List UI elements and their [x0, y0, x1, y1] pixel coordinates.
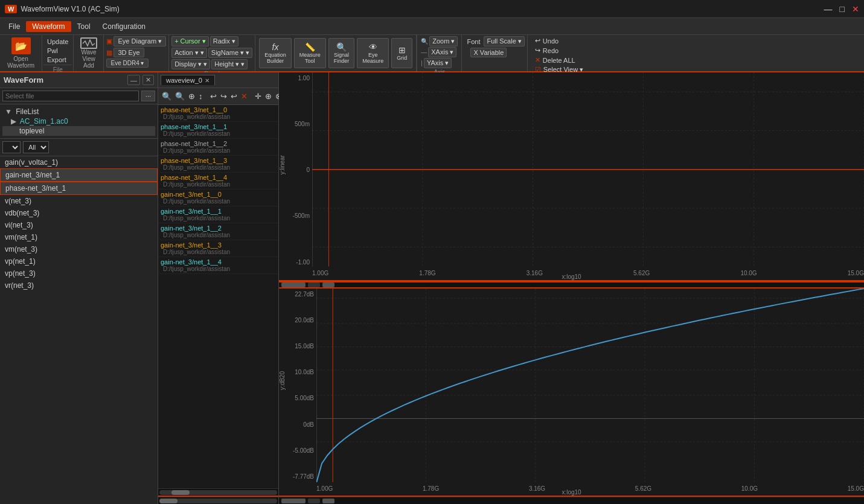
- cursor-dropdown[interactable]: + Cursor: [171, 36, 209, 46]
- filter-type-select[interactable]: [2, 141, 21, 153]
- display-dropdown[interactable]: Display ▾: [171, 59, 210, 69]
- full-scale-button[interactable]: Full Scale ▾: [484, 36, 524, 46]
- signame-dropdown[interactable]: SigName ▾: [208, 48, 252, 58]
- filter-all-select[interactable]: All: [23, 141, 49, 153]
- y-0-label: 0: [306, 167, 310, 173]
- ws-phase-2[interactable]: phase-net_3/net_1__2 D:/tjusp_workdir/as…: [158, 139, 278, 156]
- measure-tool-button[interactable]: 📏 MeasureTool: [294, 38, 326, 68]
- menu-configuration[interactable]: Configuration: [97, 21, 152, 32]
- ws-gain-1-name: gain-net_3/net_1__1: [161, 208, 276, 215]
- scrollbar-track-bottom[interactable]: [159, 499, 277, 503]
- menu-file[interactable]: File: [2, 21, 26, 32]
- redo-button[interactable]: ↪Redo: [533, 46, 586, 55]
- open-waveform-button[interactable]: 📂 OpenWaveform: [0, 35, 42, 71]
- wave-view-add-button[interactable]: WaveViewAdd: [74, 35, 104, 71]
- tree-toplevel[interactable]: toplevel: [2, 126, 155, 136]
- tab-close[interactable]: ✕: [205, 77, 210, 84]
- file-selector: ···: [0, 88, 158, 104]
- file-input[interactable]: [2, 91, 139, 101]
- grid-button[interactable]: ⊞ Grid: [391, 38, 412, 68]
- 3d-eye-button[interactable]: 3D Eye: [114, 48, 144, 57]
- signal-vdb-net3[interactable]: vdb(net_3): [0, 207, 158, 219]
- undo-wave-button[interactable]: ↩: [209, 91, 218, 102]
- h-scroll-thumb-right[interactable]: [322, 282, 334, 287]
- file-browse-button[interactable]: ···: [141, 91, 155, 101]
- eve-ddr4-dropdown[interactable]: Eve DDR4 ▾: [106, 59, 148, 68]
- signal-vm-net3[interactable]: vm(net_3): [0, 243, 158, 255]
- zoom-out-button[interactable]: 🔍: [174, 91, 186, 102]
- eye-measure-button[interactable]: 👁 EyeMeasure: [357, 38, 389, 68]
- chart-separator: [279, 281, 864, 289]
- undo2-wave-button[interactable]: ↩: [229, 91, 238, 102]
- waveview-tab-0[interactable]: waveview_0 ✕: [161, 75, 215, 85]
- yaxis-dropdown[interactable]: YAxis ▾: [424, 58, 452, 68]
- h-scroll-thumb-left[interactable]: [281, 282, 306, 287]
- action-dropdown[interactable]: Action ▾: [171, 48, 207, 58]
- font-section: Font Full Scale ▾ X Variable: [462, 35, 527, 71]
- ws-phase-4[interactable]: phase-net_3/net_1__4 D:/tjusp_workdir/as…: [158, 173, 278, 190]
- tree-ac-sim[interactable]: ▶ AC_Sim_1.ac0: [2, 116, 155, 126]
- tree-filelist[interactable]: ▼ FileList: [2, 107, 155, 116]
- title-controls[interactable]: — □ ✕: [824, 4, 859, 14]
- ws-gain-2[interactable]: gain-net_3/net_1__2 D:/tjusp_workdir/ass…: [158, 223, 278, 240]
- menu-waveform[interactable]: Waveform: [26, 21, 71, 32]
- ws-gain-1[interactable]: gain-net_3/net_1__1 D:/tjusp_workdir/ass…: [158, 206, 278, 223]
- signal-vm-net1[interactable]: vm(net_1): [0, 231, 158, 243]
- bottom-scroll-right[interactable]: [322, 499, 334, 503]
- yaxis-row: | YAxis ▾: [421, 58, 458, 68]
- signal-finder-button[interactable]: 🔍 SignalFinder: [328, 38, 355, 68]
- menu-tool[interactable]: Tool: [71, 21, 97, 32]
- signal-vp-net1[interactable]: vp(net_1): [0, 255, 158, 267]
- redo-wave-button[interactable]: ↪: [219, 91, 228, 102]
- signal-gain-net3[interactable]: gain-net_3/net_1: [0, 168, 158, 182]
- zoom-fit-button[interactable]: ⊕: [187, 91, 196, 102]
- scrollbar-thumb-bottom[interactable]: [159, 499, 178, 503]
- wave-view-icon: [82, 39, 95, 48]
- eye-diagram-button[interactable]: Eye Diagram ▾: [114, 36, 166, 46]
- sidebar-close-button[interactable]: ✕: [142, 75, 154, 85]
- wave-scrollbar-top[interactable]: [158, 488, 278, 496]
- zoom-height-button[interactable]: ↕: [197, 91, 204, 102]
- height-dropdown[interactable]: Height ▾: [211, 59, 248, 69]
- wave-toolbar: 🔍 🔍 ⊕ ↕ ↩ ↪ ↩ ✕ ✛ ⊕ ⊗ \ CMB: [158, 88, 278, 105]
- chart-top-svg: [312, 72, 864, 267]
- signal-gain-voltac[interactable]: gain(v_voltac_1): [0, 156, 158, 168]
- signal-vi-net3[interactable]: vi(net_3): [0, 219, 158, 231]
- delete-all-button[interactable]: ✕Delete ALL: [533, 56, 586, 65]
- h-scroll-mid[interactable]: [308, 282, 320, 287]
- bottom-scroll-left[interactable]: [281, 499, 306, 503]
- y-max-label: 1.00: [298, 75, 310, 81]
- equation-builder-button[interactable]: fx EquationBuilder: [259, 38, 292, 68]
- xaxis-dropdown[interactable]: XAxis ▾: [428, 47, 456, 57]
- maximize-button[interactable]: □: [840, 4, 845, 14]
- pwl-button[interactable]: Pwl: [43, 46, 72, 55]
- zoom-dropdown[interactable]: Zoom ▾: [429, 36, 458, 46]
- bottom-scroll-mid[interactable]: [308, 499, 320, 503]
- wave-scrollbar-bottom[interactable]: [158, 497, 278, 504]
- zoom-in-button[interactable]: 🔍: [161, 91, 173, 102]
- signal-vr-net3[interactable]: vr(net_3): [0, 279, 158, 292]
- radix-dropdown[interactable]: Radix: [210, 36, 238, 46]
- update-button[interactable]: Update: [43, 37, 72, 46]
- scrollbar-track-top[interactable]: [159, 490, 277, 495]
- x-variable-button[interactable]: X Variable: [470, 48, 507, 57]
- undo-button[interactable]: ↩Undo: [533, 36, 586, 45]
- minimize-button[interactable]: —: [824, 4, 833, 14]
- crosshair-button[interactable]: ✛: [254, 91, 263, 102]
- ws-gain-0[interactable]: gain-net_3/net_1__0 D:/tjusp_workdir/ass…: [158, 190, 278, 206]
- signal-v-net3[interactable]: v(net_3): [0, 195, 158, 207]
- signal-phase-net3[interactable]: phase-net_3/net_1: [0, 182, 158, 195]
- scrollbar-thumb-top[interactable]: [171, 490, 190, 495]
- cancel-wave-button[interactable]: ✕: [240, 91, 249, 102]
- ws-phase-1[interactable]: phase-net_3/net_1__1 D:/tjusp_workdir/as…: [158, 122, 278, 139]
- sidebar-minimize-button[interactable]: —: [127, 75, 140, 85]
- yaxis-icon: |: [421, 60, 423, 66]
- ws-gain-4[interactable]: gain-net_3/net_1__4 D:/tjusp_workdir/ass…: [158, 257, 278, 274]
- close-button[interactable]: ✕: [852, 4, 859, 14]
- ws-gain-3[interactable]: gain-net_3/net_1__3 D:/tjusp_workdir/ass…: [158, 240, 278, 257]
- sun-button[interactable]: ⊕: [264, 91, 273, 102]
- ws-phase-3[interactable]: phase-net_3/net_1__3 D:/tjusp_workdir/as…: [158, 156, 278, 173]
- ws-phase-0[interactable]: phase-net_3/net_1__0 D:/tjusp_workdir/as…: [158, 105, 278, 122]
- signal-vp-net3[interactable]: vp(net_3): [0, 267, 158, 279]
- export-button[interactable]: Export: [43, 56, 72, 64]
